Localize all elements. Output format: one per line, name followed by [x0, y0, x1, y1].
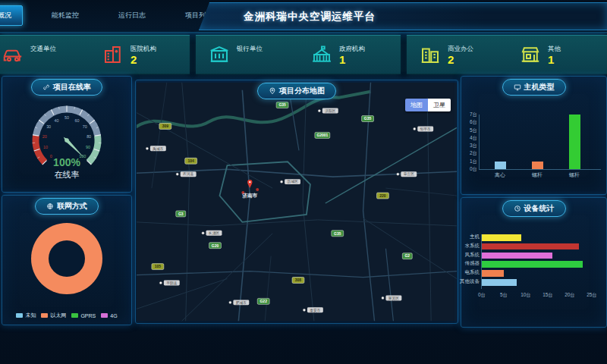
y-axis-tick: 0台 — [470, 166, 477, 173]
legend-label: GPRS — [80, 313, 96, 318]
panel-header-host-type: 主机类型 — [502, 79, 566, 96]
pin-icon — [269, 87, 276, 95]
stat-card: 商业办公2其他1 — [407, 35, 607, 74]
panel-header-map: 项目分布地图 — [257, 83, 336, 99]
stat-value — [30, 54, 56, 65]
online-rate-gauge: 0102030405060708090100100%在线率 — [2, 93, 131, 190]
y-axis-tick: 3台 — [470, 143, 477, 149]
stat-label: 银行单位 — [237, 45, 263, 54]
svg-text:济阳区: 济阳区 — [325, 108, 336, 114]
svg-text:105: 105 — [155, 265, 162, 268]
svg-text:30: 30 — [46, 124, 51, 129]
svg-text:G20: G20 — [212, 244, 219, 248]
svg-text:10: 10 — [43, 145, 48, 149]
device-stats-bar-chart: 主机水系统风系统传感器电系统其他设备0台5台10台15台20台25台 — [481, 234, 592, 289]
y-axis-tick: 5台 — [470, 127, 477, 133]
svg-text:G2: G2 — [404, 254, 410, 258]
legend-item[interactable]: 未知 — [16, 312, 36, 319]
stat-value — [237, 54, 263, 65]
legend-swatch — [71, 313, 78, 318]
y-axis-tick: 6台 — [470, 119, 477, 126]
panel-host-type: 主机类型 0台1台2台3台4台5台6台7台离心螺杆螺杆 — [461, 76, 607, 195]
svg-text:章丘区: 章丘区 — [404, 171, 415, 176]
nav-tab-0[interactable]: 概况 — [0, 5, 23, 26]
x-axis-category: 螺杆 — [532, 171, 543, 179]
map-layer-button-0[interactable]: 地图 — [405, 99, 428, 111]
nav-tab-2[interactable]: 运行日志 — [108, 6, 156, 25]
stat-label: 商业办公 — [448, 45, 473, 54]
map-road-badge: G3 — [176, 211, 186, 217]
legend-swatch — [101, 313, 108, 318]
map-road-badge: 220 — [377, 193, 389, 199]
svg-text:60: 60 — [74, 118, 79, 123]
panel-title: 主机类型 — [524, 82, 555, 93]
svg-text:104: 104 — [188, 159, 195, 163]
government-icon — [310, 43, 333, 66]
legend-label: 4G — [110, 313, 117, 318]
y-axis-tick: 4台 — [470, 134, 477, 141]
svg-text:0: 0 — [50, 154, 52, 158]
dashboard-root: 概况能耗监控运行日志项目列表视频监控 金洲科瑞中央空调运维平台 交通单位医院机构… — [0, 0, 607, 364]
map-layer-controls: 地图卫星 — [405, 99, 451, 111]
y-axis-category: 其他设备 — [460, 278, 480, 285]
x-axis-tick: 25台 — [587, 292, 597, 299]
stat-item[interactable]: 医院机构2 — [90, 43, 190, 66]
stat-item[interactable]: 政府机构1 — [298, 43, 401, 66]
stat-label: 其他 — [548, 45, 561, 54]
stat-text: 政府机构1 — [339, 45, 365, 65]
svg-text:泰安市: 泰安市 — [310, 308, 321, 312]
legend-item[interactable]: GPRS — [71, 312, 96, 319]
map-road-badge: 105 — [152, 264, 164, 270]
panel-online-rate: 项目在线率 0102030405060708090100100%在线率 — [2, 76, 132, 193]
svg-text:邹平市: 邹平市 — [420, 127, 432, 131]
map-road-badge: 308 — [292, 278, 304, 284]
legend-item[interactable]: 4G — [101, 312, 117, 319]
panel-header-device-stats: 设备统计 — [502, 200, 566, 217]
svg-text:G3: G3 — [178, 212, 184, 216]
x-axis-category: 螺杆 — [569, 171, 580, 179]
x-axis-tick: 10台 — [521, 292, 531, 299]
svg-text:40: 40 — [55, 118, 59, 123]
legend-item[interactable]: 以太网 — [41, 312, 66, 319]
svg-text:G2001: G2001 — [316, 133, 328, 137]
svg-text:长清区: 长清区 — [209, 231, 220, 235]
stat-item[interactable]: 银行单位 — [196, 43, 298, 66]
shop-icon — [519, 43, 542, 66]
monitor-icon — [514, 83, 521, 91]
nav-tab-1[interactable]: 能耗监控 — [41, 6, 90, 25]
stat-item[interactable]: 交通单位 — [0, 43, 90, 66]
map-road-badge: G35 — [332, 231, 344, 237]
svg-text:309: 309 — [162, 124, 169, 128]
svg-text:G22: G22 — [260, 300, 268, 303]
y-axis-category: 水系统 — [465, 243, 480, 249]
panel-project-map: 项目分布地图 商河县济阳区邹平市禹城市齐河县历城区章丘区长清区平阴县肥城市泰安市… — [135, 80, 458, 324]
svg-text:禹城市: 禹城市 — [153, 146, 164, 151]
svg-text:历城区: 历城区 — [287, 179, 298, 184]
panel-header-network: 联网方式 — [35, 198, 99, 215]
panel-title: 项目在线率 — [53, 82, 91, 93]
stat-label: 医院机构 — [131, 45, 156, 54]
bar — [482, 234, 521, 241]
stats-row: 交通单位医院机构2银行单位政府机构1商业办公2其他1 — [0, 35, 607, 73]
map-road-badge: G2 — [402, 253, 412, 259]
map-road-badge: 104 — [185, 158, 197, 164]
panel-title: 项目分布地图 — [279, 86, 325, 96]
x-axis-tick: 5台 — [500, 292, 508, 299]
stat-value: 1 — [339, 54, 365, 65]
stat-text: 商业办公2 — [448, 45, 473, 65]
map-canvas[interactable]: 商河县济阳区邹平市禹城市齐河县历城区章丘区长清区平阴县肥城市泰安市莱芜区G35G… — [137, 81, 457, 322]
stat-item[interactable]: 商业办公2 — [407, 43, 507, 66]
stat-item[interactable]: 其他1 — [507, 43, 607, 66]
globe-icon — [46, 202, 54, 210]
app-title-band: 金洲科瑞中央空调运维平台 — [199, 2, 607, 30]
svg-text:70: 70 — [83, 124, 87, 129]
svg-text:20: 20 — [42, 134, 47, 139]
svg-text:济南市: 济南市 — [242, 193, 258, 199]
network-donut-chart — [31, 223, 102, 294]
stat-card: 银行单位政府机构1 — [196, 35, 401, 74]
car-icon — [2, 43, 24, 66]
map-layer-button-1[interactable]: 卫星 — [428, 99, 451, 111]
top-nav: 概况能耗监控运行日志项目列表视频监控 金洲科瑞中央空调运维平台 — [0, 0, 607, 33]
bar — [495, 162, 506, 169]
svg-text:齐河县: 齐河县 — [183, 171, 194, 176]
